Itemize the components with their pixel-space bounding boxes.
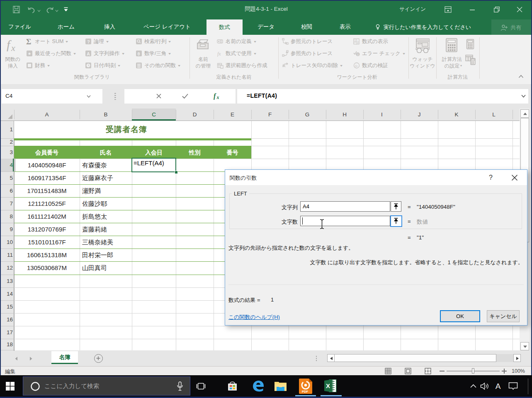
- view-page-break-icon[interactable]: [425, 368, 431, 374]
- name-box[interactable]: C4: [2, 89, 102, 104]
- column-header-G[interactable]: G: [289, 109, 326, 120]
- excel-button[interactable]: X: [318, 375, 344, 397]
- tab-ホーム[interactable]: ホーム: [54, 18, 78, 35]
- tab-校閲[interactable]: 校閲: [296, 18, 317, 35]
- cancel-button[interactable]: キャンセル: [487, 310, 520, 322]
- column-header-K[interactable]: K: [438, 109, 475, 120]
- ribbon-button-insert-function[interactable]: fx関数の挿入: [2, 36, 23, 76]
- function-help-link[interactable]: この関数のヘルプ(H): [228, 314, 280, 321]
- column-header-I[interactable]: I: [363, 109, 401, 120]
- ribbon-button-more-functions[interactable]: その他の関数▾: [135, 61, 180, 70]
- cell-A6[interactable]: 1701151483M: [14, 184, 80, 197]
- cell-B11[interactable]: 田村栄一郎: [82, 248, 132, 261]
- close-icon[interactable]: [517, 7, 522, 12]
- ribbon-button-name-manager[interactable]: 名前の管理: [193, 36, 214, 76]
- tabbar-grip[interactable]: [316, 355, 317, 362]
- customize-qat-icon[interactable]: [63, 7, 68, 12]
- sign-in-button[interactable]: サインイン: [390, 6, 435, 13]
- tab-表示[interactable]: 表示: [336, 18, 355, 35]
- undo-dropdown-icon[interactable]: [37, 10, 41, 12]
- column-header-B[interactable]: B: [80, 109, 132, 120]
- ribbon-button-define-name[interactable]: 名前の定義▾: [216, 37, 256, 46]
- action-center-icon[interactable]: [508, 382, 518, 391]
- ribbon-button-financial[interactable]: 財務▾: [25, 61, 49, 70]
- ribbon-button-show-formulas[interactable]: 15fx数式の表示: [352, 37, 388, 46]
- view-page-layout-icon[interactable]: [405, 368, 411, 374]
- enter-icon[interactable]: [182, 93, 189, 99]
- sheet-tab-active[interactable]: 名簿: [51, 351, 78, 364]
- ribbon-button-logical[interactable]: ?論理▾: [84, 37, 108, 46]
- sheet-nav-prev-icon[interactable]: [15, 357, 18, 361]
- edge-button[interactable]: [248, 375, 268, 397]
- speaker-icon[interactable]: [480, 382, 491, 390]
- cell-A4[interactable]: 1404050948F: [14, 159, 80, 171]
- new-sheet-button[interactable]: [94, 354, 103, 363]
- undo-icon[interactable]: [27, 7, 35, 13]
- cell-A10[interactable]: 1510101167F: [14, 236, 80, 248]
- formula-bar-expand-icon[interactable]: [521, 94, 526, 98]
- ribbon-button-remove-arrows[interactable]: トレース矢印の削除▾: [281, 61, 342, 70]
- select-all-button[interactable]: [1, 109, 14, 120]
- arg1-collapse-button[interactable]: [391, 201, 401, 212]
- cell-A7[interactable]: 1211210525F: [14, 197, 80, 210]
- task-view-button[interactable]: [191, 375, 211, 397]
- horizontal-scrollbar-thumb[interactable]: [334, 354, 496, 362]
- cell-B6[interactable]: 瀬野満: [82, 184, 132, 197]
- ribbon-button-trace-precedents[interactable]: 参照元のトレース: [281, 37, 333, 46]
- ribbon-button-trace-dependents[interactable]: 参照先のトレース: [281, 49, 333, 58]
- ribbon-button-evaluate-formula[interactable]: fx数式の検証: [352, 61, 388, 70]
- ok-button[interactable]: OK: [440, 310, 480, 322]
- tab-数式[interactable]: 数式: [206, 19, 243, 35]
- zoom-out-button[interactable]: [440, 370, 445, 372]
- cell-B10[interactable]: 三橋奈緒美: [82, 236, 132, 248]
- tab-データ[interactable]: データ: [254, 18, 278, 35]
- hidden-icons-chevron-icon[interactable]: [470, 384, 477, 388]
- tab-挿入[interactable]: 挿入: [100, 18, 119, 35]
- formula-input[interactable]: =LEFT(A4): [237, 89, 528, 104]
- fill-handle[interactable]: [175, 171, 178, 174]
- dialog-close-icon[interactable]: [511, 174, 518, 181]
- dialog-help-icon[interactable]: ?: [488, 174, 494, 181]
- tab-ページ レイアウト[interactable]: ページ レイアウト: [138, 18, 196, 35]
- ribbon-button-recent-functions[interactable]: ★最近使った関数▾: [25, 49, 75, 58]
- ribbon-button-calculate-now[interactable]: [466, 39, 475, 50]
- column-header-F[interactable]: F: [251, 109, 289, 120]
- ribbon-button-calculate-sheet[interactable]: [465, 55, 476, 65]
- ribbon-button-text-functions[interactable]: A文字列操作▾: [84, 49, 124, 58]
- column-header-L[interactable]: L: [475, 109, 513, 120]
- store-button[interactable]: [222, 375, 242, 397]
- column-header-E[interactable]: E: [214, 109, 251, 120]
- cell-B9[interactable]: 斎藤莉緒: [82, 223, 132, 236]
- ribbon-button-lookup[interactable]: 検索/行列▾: [135, 37, 171, 46]
- redo-dropdown-icon[interactable]: [55, 10, 58, 12]
- name-box-dropdown-icon[interactable]: [87, 95, 91, 98]
- column-header-A[interactable]: A: [14, 109, 80, 120]
- formula-bar-grip[interactable]: [114, 92, 116, 100]
- ribbon-button-watch-window[interactable]: ウォッチウィンドウ: [407, 36, 438, 76]
- cancel-icon[interactable]: [155, 93, 162, 99]
- save-icon[interactable]: [13, 6, 20, 13]
- zoom-slider-handle[interactable]: [472, 368, 474, 374]
- arg1-input[interactable]: A4: [300, 201, 390, 212]
- minimize-icon[interactable]: [470, 10, 475, 10]
- cell-B4[interactable]: 有森優奈: [82, 159, 132, 171]
- cell-B7[interactable]: 佐藤沙耶: [82, 197, 132, 210]
- microphone-icon[interactable]: [177, 381, 183, 391]
- active-cell-C4[interactable]: =LEFT(A4): [131, 158, 176, 172]
- ribbon-button-autosum[interactable]: Σオート SUM▾: [25, 37, 68, 46]
- scroll-up-button[interactable]: [520, 109, 529, 118]
- taskbar-search-box[interactable]: ここに入力して検索: [23, 376, 190, 396]
- column-header-D[interactable]: D: [176, 109, 214, 120]
- restore-icon[interactable]: [494, 7, 500, 12]
- zoom-in-button[interactable]: [502, 369, 507, 374]
- cell-B12[interactable]: 山田真司: [82, 261, 132, 275]
- ribbon-button-use-in-formula[interactable]: fx数式で使用▾: [216, 49, 256, 58]
- arg2-collapse-button[interactable]: [390, 215, 402, 227]
- cell-A11[interactable]: 1606151318M: [14, 248, 80, 261]
- arg2-input[interactable]: [300, 216, 390, 226]
- start-button[interactable]: [0, 375, 20, 397]
- ribbon-display-options-icon[interactable]: [445, 6, 452, 13]
- cell-A9[interactable]: 1312070769F: [14, 223, 80, 236]
- tab-file[interactable]: ファイル: [6, 18, 34, 35]
- foxit-pdf-button[interactable]: PDF: [293, 375, 318, 397]
